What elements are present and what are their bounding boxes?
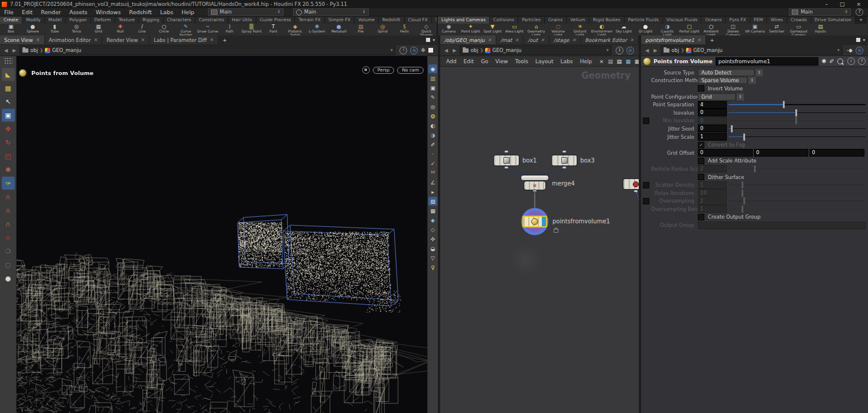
state-sync-icon[interactable]: !: [399, 47, 407, 54]
lock-camera-icon[interactable]: ▣: [428, 83, 437, 92]
node-box1[interactable]: box1: [494, 155, 519, 165]
shelf-tab[interactable]: Characters: [164, 17, 196, 24]
pane-tab[interactable]: Bookmark Editor×: [581, 35, 639, 44]
menu-item[interactable]: Edit: [18, 9, 37, 15]
snapshot-icon[interactable]: [428, 48, 433, 53]
slider-handle[interactable]: [795, 109, 797, 116]
shelf-tab[interactable]: Model: [45, 17, 66, 24]
snap-curve-icon[interactable]: ∩: [2, 204, 15, 217]
add-shelf-tab-button[interactable]: +: [856, 17, 866, 24]
param-toggle-checkbox[interactable]: [641, 198, 651, 204]
network-menu-item[interactable]: Go: [477, 58, 492, 64]
persp-selector[interactable]: Persp: [373, 67, 395, 74]
spinner-arrows-icon[interactable]: ↕: [277, 9, 281, 15]
spray-paint-tool-icon[interactable]: ▒ Spray Paint: [240, 24, 262, 35]
param-toggle-checkbox[interactable]: [641, 118, 651, 124]
edit-icon[interactable]: ✎: [428, 93, 437, 102]
snap-grid-icon[interactable]: ∩: [2, 190, 15, 203]
translate-icon[interactable]: ✥: [2, 122, 15, 135]
slider-handle[interactable]: [742, 206, 743, 213]
shelf-tab[interactable]: Oceans: [701, 17, 726, 24]
pane-tab[interactable]: /mat×: [496, 35, 524, 44]
font-tool-icon[interactable]: T Font: [262, 24, 284, 35]
menu-item[interactable]: Windows: [92, 9, 125, 15]
select-arrow-icon[interactable]: ↖: [2, 95, 15, 108]
fan-icon[interactable]: ✣: [428, 235, 437, 243]
param-vector-field[interactable]: 0: [754, 149, 809, 157]
spiral-tool-icon[interactable]: @ Spiral: [372, 24, 394, 35]
ambient-light-tool-icon[interactable]: ○ Ambient Light: [700, 24, 722, 35]
shelf-tab[interactable]: Create: [0, 17, 22, 24]
grid-tool-icon[interactable]: ▦ Grid: [87, 24, 109, 35]
point-numbers-icon[interactable]: ¹²: [428, 168, 437, 177]
rotate-icon[interactable]: ↻: [2, 136, 15, 149]
node-input-dot[interactable]: [505, 151, 508, 152]
close-tab-icon[interactable]: ×: [630, 37, 634, 43]
shelf-tab[interactable]: Particle Fluids: [625, 17, 663, 24]
node-output-dot[interactable]: [505, 167, 508, 168]
close-tab-icon[interactable]: ×: [541, 37, 545, 43]
info-icon[interactable]: i: [847, 57, 855, 65]
network-canvas[interactable]: Geometry box1 box3 ×: [440, 67, 639, 413]
menu-item[interactable]: Labs: [156, 9, 177, 15]
net-list-icon[interactable]: ▤: [616, 58, 623, 65]
tube-tool-icon[interactable]: ▮ Tube: [44, 24, 66, 35]
geometry-blob-icon[interactable]: ●: [2, 272, 15, 285]
network-menu-item[interactable]: Help: [576, 58, 596, 64]
path-root[interactable]: obj: [671, 47, 679, 53]
slider-handle[interactable]: [742, 190, 743, 197]
param-checkbox[interactable]: [698, 158, 704, 164]
param-slider[interactable]: [729, 197, 866, 204]
shelf-tab[interactable]: Simple FX: [325, 17, 355, 24]
minimize-button[interactable]: –: [825, 1, 828, 7]
net-color-palette-icon[interactable]: ▦: [625, 58, 632, 65]
help-icon[interactable]: ?: [858, 57, 866, 65]
maximize-button[interactable]: □: [840, 1, 845, 7]
checkbox-icon[interactable]: [643, 198, 649, 204]
dropdown-arrows-icon[interactable]: ↕: [756, 69, 763, 76]
menu-item[interactable]: Assets: [65, 9, 92, 15]
file-tool-icon[interactable]: ▤ File: [350, 24, 372, 35]
add-pane-tab-button[interactable]: +: [219, 35, 231, 44]
pencil-icon[interactable]: ✐: [428, 140, 437, 149]
dropdown-arrows-icon[interactable]: ↕: [749, 77, 756, 84]
param-value-field[interactable]: 1: [698, 181, 727, 189]
view-tool-icon[interactable]: ◣: [2, 68, 15, 81]
path-root[interactable]: obj: [470, 47, 478, 53]
param-slider[interactable]: [729, 181, 866, 188]
help-icon[interactable]: ?: [856, 8, 863, 16]
shelf-tab[interactable]: Constraints: [196, 17, 229, 24]
geometry-light-tool-icon[interactable]: ⌂ Geometry Light: [525, 24, 547, 35]
circle-select-icon[interactable]: ◌: [2, 258, 15, 271]
radial-menu-icon[interactable]: ◎: [626, 47, 634, 54]
net-folder-icon[interactable]: ▤: [607, 58, 614, 65]
shelf-tab[interactable]: Texture: [115, 17, 139, 24]
slider-handle[interactable]: [754, 165, 756, 173]
head-icon[interactable]: ◑: [428, 131, 437, 139]
shelf-tab[interactable]: Polygon: [66, 17, 90, 24]
shelf-tab[interactable]: Cloud FX: [405, 17, 432, 24]
desktop-select-2[interactable]: Main ↕: [293, 8, 369, 16]
point-marker-icon[interactable]: ·: [428, 149, 437, 158]
radial-menu-icon[interactable]: ◎: [410, 47, 418, 54]
path-dropdown-icon[interactable]: ▾: [391, 48, 393, 53]
pane-menu-icon[interactable]: ▾: [433, 38, 435, 43]
pane-menu-icon[interactable]: ▾: [863, 38, 865, 43]
shelf-tab[interactable]: Wires: [767, 17, 787, 24]
param-slider[interactable]: [729, 206, 866, 213]
spinner-arrows-icon[interactable]: ↕: [362, 9, 366, 15]
curve-render-tool-icon[interactable]: ✎ Curve Render: [175, 24, 197, 35]
menu-item[interactable]: Help: [177, 9, 199, 15]
path-node[interactable]: GEO_manju: [52, 47, 82, 53]
radial-menu-icon[interactable]: ◎: [856, 47, 863, 54]
param-value-field[interactable]: 4: [698, 101, 727, 109]
shelf-tab[interactable]: Particles: [518, 17, 545, 24]
param-value-field[interactable]: 10: [698, 189, 727, 197]
gi-light-tool-icon[interactable]: ● GI Light: [635, 24, 656, 35]
network-menu-item[interactable]: Tools: [512, 58, 532, 64]
camera-lock-icon[interactable]: [362, 66, 370, 74]
param-dropdown[interactable]: Grid: [698, 93, 736, 100]
pin-icon[interactable]: -◆: [847, 47, 853, 53]
network-menu-item[interactable]: Layout: [532, 58, 557, 64]
l-system-tool-icon[interactable]: ❋ L-System: [306, 24, 328, 35]
